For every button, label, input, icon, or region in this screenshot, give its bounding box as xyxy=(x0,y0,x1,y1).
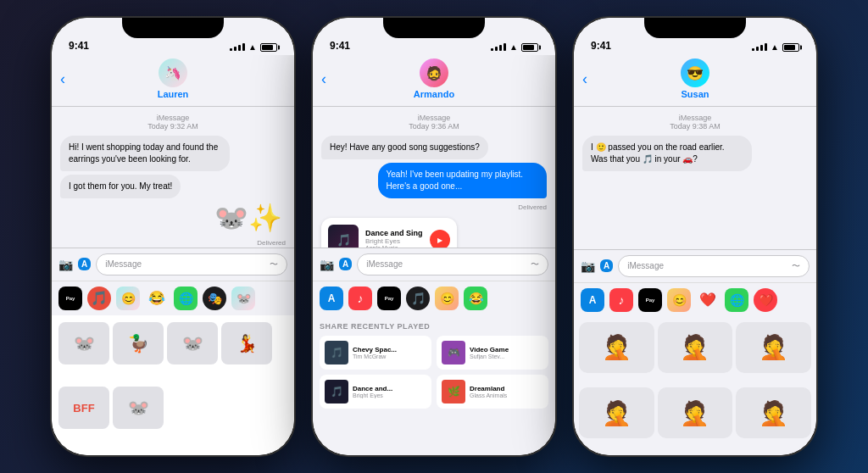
sticker-2[interactable]: 🦆 xyxy=(113,322,164,364)
message-input-lauren[interactable]: iMessage 〜 xyxy=(96,253,287,275)
rp-song-4: Dreamland xyxy=(470,385,507,392)
rp-song-2: Video Game xyxy=(470,346,509,353)
music-drawer-susan[interactable]: ♪ xyxy=(609,288,633,312)
music-drawer-icon[interactable]: ♪ xyxy=(348,287,372,310)
wifi-icon-armando: ▲ xyxy=(509,42,518,52)
msg-armando-1: Hey! Have any good song suggestions? xyxy=(321,136,488,159)
camera-icon-lauren[interactable]: 📷 xyxy=(58,258,73,271)
contact-info-armando: 🧔 Armando xyxy=(414,58,454,99)
rp-info-2: Video Game Sufjan Stev... xyxy=(470,346,509,359)
back-button-lauren[interactable]: ‹ xyxy=(60,70,65,88)
messages-area-armando: iMessage Today 9:36 AM Hey! Have any goo… xyxy=(313,107,555,248)
rp-info-1: Chevy Spac... Tim McGraw xyxy=(353,346,397,359)
bar2 xyxy=(234,47,236,51)
rp-item-1[interactable]: 🎵 Chevy Spac... Tim McGraw xyxy=(320,336,431,370)
status-icons-susan: ▲ xyxy=(752,42,799,52)
emoji-drawer-icon[interactable]: 😂 xyxy=(464,287,487,310)
rp-thumb-4: 🌿 xyxy=(442,380,465,403)
appstore-icon-armando[interactable]: A xyxy=(339,258,352,270)
rp-grid: 🎵 Chevy Spac... Tim McGraw 🎮 Video Game … xyxy=(320,336,548,409)
contact-name-armando[interactable]: Armando xyxy=(414,89,454,99)
back-button-susan[interactable]: ‹ xyxy=(582,70,587,88)
appstore-icon-lauren[interactable]: A xyxy=(78,258,91,270)
message-bubble-1: Hi! I went shopping today and found the … xyxy=(60,136,230,171)
delivered-armando: Delivered xyxy=(321,203,547,211)
memoji-icon[interactable]: 😊 xyxy=(116,287,140,310)
battery-icon xyxy=(260,43,277,52)
emoji-icon[interactable]: 😂 xyxy=(145,287,169,310)
emoji-drawer-susan[interactable]: ❤️ xyxy=(696,288,720,312)
contact-name-susan[interactable]: Susan xyxy=(681,89,709,99)
back-button-armando[interactable]: ‹ xyxy=(321,70,326,88)
avatar-armando: 🧔 xyxy=(420,58,448,87)
globe-icon[interactable]: 🌐 xyxy=(174,287,198,310)
rp-artist-3: Bright Eyes xyxy=(353,392,392,398)
memoji-2[interactable]: 🤦 xyxy=(658,322,733,373)
app-drawer-lauren: Pay 🎵 😊 😂 🌐 🎭 🐭 xyxy=(52,281,294,315)
sticker-3[interactable]: 🐭 xyxy=(167,322,218,364)
apple-pay-icon[interactable]: Pay xyxy=(58,287,82,310)
apple-pay-drawer-icon[interactable]: Pay xyxy=(377,287,401,310)
camera-icon-susan[interactable]: 📷 xyxy=(581,259,595,273)
status-icons-lauren: ▲ xyxy=(230,42,277,52)
appstore-drawer-susan[interactable]: A xyxy=(581,288,604,312)
rp-info-4: Dreamland Glass Animals xyxy=(470,385,507,398)
camera-icon-armando[interactable]: 📷 xyxy=(320,258,334,271)
extra-drawer-susan[interactable]: ❤️ xyxy=(754,288,777,312)
music-title: Dance and Sing xyxy=(365,229,423,237)
phone-susan: 9:41 ▲ ‹ 😎 xyxy=(572,16,818,457)
rp-item-2[interactable]: 🎮 Video Game Sufjan Stev... xyxy=(437,336,548,370)
rp-item-3[interactable]: 🎵 Dance and... Bright Eyes xyxy=(320,375,431,409)
sticker-1[interactable]: 🐭 xyxy=(58,322,109,364)
app-icon-extra2[interactable]: 🐭 xyxy=(231,287,255,310)
status-time-lauren: 9:41 xyxy=(69,40,89,52)
memoji-4[interactable]: 🤦 xyxy=(579,387,654,438)
memoji-1[interactable]: 🤦 xyxy=(579,322,654,373)
phone-lauren: 9:41 ▲ ‹ 🦄 xyxy=(50,16,296,457)
screen-lauren: 9:41 ▲ ‹ 🦄 xyxy=(52,18,294,455)
appstore-icon-susan[interactable]: A xyxy=(600,259,613,272)
memoji-drawer-icon[interactable]: 😊 xyxy=(435,287,459,310)
rp-song-3: Dance and... xyxy=(353,385,392,392)
memoji-3[interactable]: 🤦 xyxy=(736,322,811,373)
memoji-6[interactable]: 🤦 xyxy=(736,387,811,438)
rp-song-1: Chevy Spac... xyxy=(353,346,397,353)
rp-artist-4: Glass Animals xyxy=(470,392,507,398)
phone-armando: 9:41 ▲ ‹ 🧔 xyxy=(311,16,557,457)
imessage-label-armando: iMessage Today 9:36 AM xyxy=(321,114,547,131)
globe-drawer-susan[interactable]: 🌐 xyxy=(725,288,748,312)
nav-bar-susan: ‹ 😎 Susan xyxy=(574,55,816,107)
input-bar-susan: 📷 A iMessage 〜 xyxy=(574,249,816,282)
battery-icon-susan xyxy=(782,43,799,52)
memoji-drawer-susan[interactable]: 😊 xyxy=(667,288,691,312)
sticker-4[interactable]: 💃 xyxy=(221,322,272,364)
nav-bar-lauren: ‹ 🦄 Lauren xyxy=(52,55,294,107)
message-input-armando[interactable]: iMessage 〜 xyxy=(357,253,548,275)
nav-bar-armando: ‹ 🧔 Armando xyxy=(313,55,555,107)
apple-pay-drawer-susan[interactable]: Pay xyxy=(638,288,662,312)
message-input-susan[interactable]: iMessage 〜 xyxy=(618,255,810,277)
play-button[interactable]: ▶ xyxy=(430,230,450,248)
rp-thumb-2: 🎮 xyxy=(442,341,465,364)
sticker-6[interactable]: 🐭 xyxy=(113,387,164,429)
contact-name-lauren[interactable]: Lauren xyxy=(158,89,189,99)
recently-played-section: SHARE RECENTLY PLAYED 🎵 Chevy Spac... Ti… xyxy=(313,315,555,456)
signal-bars-armando xyxy=(491,43,506,51)
memoji-5[interactable]: 🤦 xyxy=(658,387,733,438)
messages-area-lauren: iMessage Today 9:32 AM Hi! I went shoppi… xyxy=(52,107,294,248)
bar4 xyxy=(242,43,245,51)
notch-lauren xyxy=(122,18,224,38)
contact-info-lauren: 🦄 Lauren xyxy=(158,58,189,99)
app-drawer-susan: A ♪ Pay 😊 ❤️ 🌐 ❤️ xyxy=(574,282,816,317)
app-icon-extra[interactable]: 🎭 xyxy=(203,287,226,310)
sticker-5[interactable]: BFF xyxy=(58,387,109,429)
status-time-armando: 9:41 xyxy=(330,40,350,52)
battery-fill xyxy=(262,45,273,50)
vinyl-icon[interactable]: 🎵 xyxy=(87,287,111,310)
rp-item-4[interactable]: 🌿 Dreamland Glass Animals xyxy=(437,375,548,409)
appstore-drawer-icon[interactable]: A xyxy=(320,287,343,310)
contact-info-susan: 😎 Susan xyxy=(681,58,709,99)
vinyl-drawer-icon[interactable]: 🎵 xyxy=(406,287,430,310)
msg-susan-1: I 🙂 passed you on the road earlier. Was … xyxy=(582,136,752,171)
status-time-susan: 9:41 xyxy=(591,40,611,52)
